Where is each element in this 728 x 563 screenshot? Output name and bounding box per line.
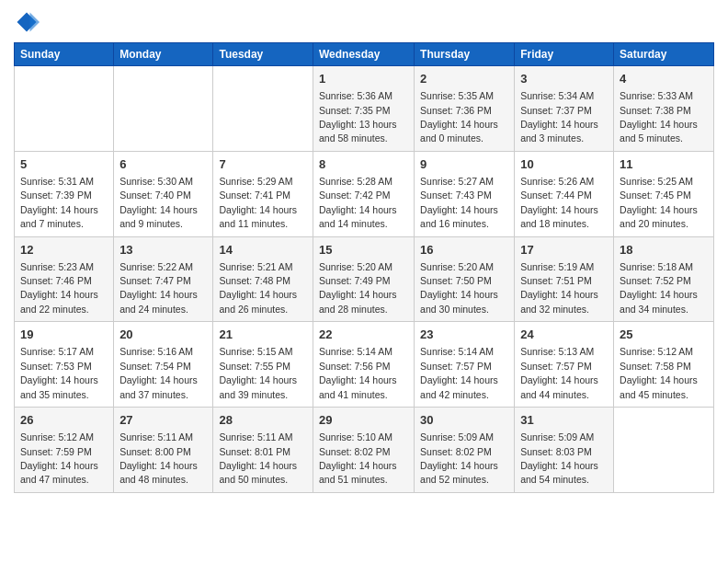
day-header-wednesday: Wednesday — [313, 43, 414, 66]
day-cell-8: 8Sunrise: 5:28 AMSunset: 7:42 PMDaylight… — [313, 151, 414, 236]
day-info: Sunrise: 5:18 AMSunset: 7:52 PMDaylight:… — [620, 261, 698, 315]
day-cell-31: 31Sunrise: 5:09 AMSunset: 8:03 PMDayligh… — [515, 408, 614, 493]
day-number: 25 — [620, 327, 708, 343]
day-number: 23 — [420, 327, 508, 343]
day-header-thursday: Thursday — [415, 43, 515, 66]
day-number: 29 — [319, 412, 408, 429]
day-info: Sunrise: 5:27 AMSunset: 7:43 PMDaylight:… — [420, 176, 498, 229]
day-cell-18: 18Sunrise: 5:18 AMSunset: 7:52 PMDayligh… — [614, 236, 714, 322]
day-info: Sunrise: 5:26 AMSunset: 7:44 PMDaylight:… — [520, 176, 598, 229]
day-number: 21 — [219, 327, 307, 343]
day-cell-10: 10Sunrise: 5:26 AMSunset: 7:44 PMDayligh… — [515, 151, 614, 236]
day-cell-2: 2Sunrise: 5:35 AMSunset: 7:36 PMDaylight… — [415, 66, 515, 152]
day-cell-19: 19Sunrise: 5:17 AMSunset: 7:53 PMDayligh… — [15, 322, 114, 408]
day-cell-22: 22Sunrise: 5:14 AMSunset: 7:56 PMDayligh… — [313, 322, 414, 408]
day-cell-30: 30Sunrise: 5:09 AMSunset: 8:02 PMDayligh… — [415, 408, 515, 493]
week-row-5: 26Sunrise: 5:12 AMSunset: 7:59 PMDayligh… — [15, 408, 714, 493]
day-info: Sunrise: 5:31 AMSunset: 7:39 PMDaylight:… — [20, 176, 98, 229]
day-info: Sunrise: 5:14 AMSunset: 7:56 PMDaylight:… — [319, 346, 397, 399]
day-number: 11 — [620, 156, 708, 173]
day-header-saturday: Saturday — [614, 43, 714, 66]
day-cell-12: 12Sunrise: 5:23 AMSunset: 7:46 PMDayligh… — [15, 236, 114, 322]
day-number: 4 — [620, 71, 708, 87]
day-number: 31 — [520, 412, 608, 429]
day-number: 13 — [119, 242, 207, 259]
day-number: 19 — [20, 327, 108, 343]
empty-cell — [15, 66, 114, 152]
day-info: Sunrise: 5:19 AMSunset: 7:51 PMDaylight:… — [520, 261, 598, 315]
day-number: 3 — [520, 71, 608, 87]
day-number: 27 — [119, 412, 207, 429]
day-info: Sunrise: 5:30 AMSunset: 7:40 PMDaylight:… — [119, 176, 198, 229]
day-cell-4: 4Sunrise: 5:33 AMSunset: 7:38 PMDaylight… — [614, 66, 714, 152]
svg-marker-1 — [30, 13, 40, 32]
day-number: 12 — [20, 242, 108, 259]
empty-cell — [114, 66, 213, 152]
day-cell-29: 29Sunrise: 5:10 AMSunset: 8:02 PMDayligh… — [313, 408, 414, 493]
day-cell-27: 27Sunrise: 5:11 AMSunset: 8:00 PMDayligh… — [114, 408, 213, 493]
day-header-tuesday: Tuesday — [213, 43, 313, 66]
day-info: Sunrise: 5:13 AMSunset: 7:57 PMDaylight:… — [520, 346, 598, 399]
day-info: Sunrise: 5:33 AMSunset: 7:38 PMDaylight:… — [620, 90, 698, 144]
day-header-monday: Monday — [114, 43, 213, 66]
day-cell-28: 28Sunrise: 5:11 AMSunset: 8:01 PMDayligh… — [213, 408, 313, 493]
day-number: 26 — [20, 412, 108, 429]
day-info: Sunrise: 5:35 AMSunset: 7:36 PMDaylight:… — [420, 90, 498, 144]
day-number: 17 — [520, 242, 608, 259]
day-cell-9: 9Sunrise: 5:27 AMSunset: 7:43 PMDaylight… — [415, 151, 515, 236]
day-cell-25: 25Sunrise: 5:12 AMSunset: 7:58 PMDayligh… — [614, 322, 714, 408]
logo-icon — [14, 9, 40, 35]
day-cell-1: 1Sunrise: 5:36 AMSunset: 7:35 PMDaylight… — [313, 66, 414, 152]
day-info: Sunrise: 5:28 AMSunset: 7:42 PMDaylight:… — [319, 176, 397, 229]
day-cell-5: 5Sunrise: 5:31 AMSunset: 7:39 PMDaylight… — [15, 151, 114, 236]
empty-cell — [213, 66, 313, 152]
week-row-1: 1Sunrise: 5:36 AMSunset: 7:35 PMDaylight… — [15, 66, 714, 152]
day-info: Sunrise: 5:22 AMSunset: 7:47 PMDaylight:… — [119, 261, 198, 315]
day-info: Sunrise: 5:11 AMSunset: 8:01 PMDaylight:… — [219, 431, 297, 485]
day-number: 1 — [319, 71, 408, 87]
day-cell-3: 3Sunrise: 5:34 AMSunset: 7:37 PMDaylight… — [515, 66, 614, 152]
day-cell-23: 23Sunrise: 5:14 AMSunset: 7:57 PMDayligh… — [415, 322, 515, 408]
day-header-sunday: Sunday — [15, 43, 114, 66]
day-info: Sunrise: 5:12 AMSunset: 7:58 PMDaylight:… — [620, 346, 698, 399]
day-number: 14 — [219, 242, 307, 259]
day-info: Sunrise: 5:36 AMSunset: 7:35 PMDaylight:… — [319, 90, 397, 144]
day-number: 6 — [119, 156, 207, 173]
day-cell-15: 15Sunrise: 5:20 AMSunset: 7:49 PMDayligh… — [313, 236, 414, 322]
week-row-2: 5Sunrise: 5:31 AMSunset: 7:39 PMDaylight… — [15, 151, 714, 236]
day-number: 7 — [219, 156, 307, 173]
day-cell-11: 11Sunrise: 5:25 AMSunset: 7:45 PMDayligh… — [614, 151, 714, 236]
day-number: 22 — [319, 327, 408, 343]
day-number: 18 — [620, 242, 708, 259]
day-info: Sunrise: 5:09 AMSunset: 8:03 PMDaylight:… — [520, 431, 598, 485]
logo — [14, 9, 43, 35]
day-info: Sunrise: 5:20 AMSunset: 7:49 PMDaylight:… — [319, 261, 397, 315]
calendar-table: SundayMondayTuesdayWednesdayThursdayFrid… — [14, 42, 714, 493]
page-header — [14, 9, 714, 35]
day-number: 15 — [319, 242, 408, 259]
day-info: Sunrise: 5:15 AMSunset: 7:55 PMDaylight:… — [219, 346, 297, 399]
day-info: Sunrise: 5:14 AMSunset: 7:57 PMDaylight:… — [420, 346, 498, 399]
day-info: Sunrise: 5:20 AMSunset: 7:50 PMDaylight:… — [420, 261, 498, 315]
day-info: Sunrise: 5:11 AMSunset: 8:00 PMDaylight:… — [119, 431, 198, 485]
day-cell-20: 20Sunrise: 5:16 AMSunset: 7:54 PMDayligh… — [114, 322, 213, 408]
day-info: Sunrise: 5:34 AMSunset: 7:37 PMDaylight:… — [520, 90, 598, 144]
day-header-friday: Friday — [515, 43, 614, 66]
day-number: 9 — [420, 156, 508, 173]
day-cell-21: 21Sunrise: 5:15 AMSunset: 7:55 PMDayligh… — [213, 322, 313, 408]
day-info: Sunrise: 5:10 AMSunset: 8:02 PMDaylight:… — [319, 431, 397, 485]
day-cell-6: 6Sunrise: 5:30 AMSunset: 7:40 PMDaylight… — [114, 151, 213, 236]
day-number: 5 — [20, 156, 108, 173]
day-number: 30 — [420, 412, 508, 429]
day-cell-7: 7Sunrise: 5:29 AMSunset: 7:41 PMDaylight… — [213, 151, 313, 236]
day-headers-row: SundayMondayTuesdayWednesdayThursdayFrid… — [15, 43, 714, 66]
day-cell-24: 24Sunrise: 5:13 AMSunset: 7:57 PMDayligh… — [515, 322, 614, 408]
day-info: Sunrise: 5:17 AMSunset: 7:53 PMDaylight:… — [20, 346, 98, 399]
day-info: Sunrise: 5:16 AMSunset: 7:54 PMDaylight:… — [119, 346, 198, 399]
day-info: Sunrise: 5:09 AMSunset: 8:02 PMDaylight:… — [420, 431, 498, 485]
day-number: 2 — [420, 71, 508, 87]
day-number: 28 — [219, 412, 307, 429]
day-info: Sunrise: 5:25 AMSunset: 7:45 PMDaylight:… — [620, 176, 698, 229]
empty-cell — [614, 408, 714, 493]
day-cell-14: 14Sunrise: 5:21 AMSunset: 7:48 PMDayligh… — [213, 236, 313, 322]
